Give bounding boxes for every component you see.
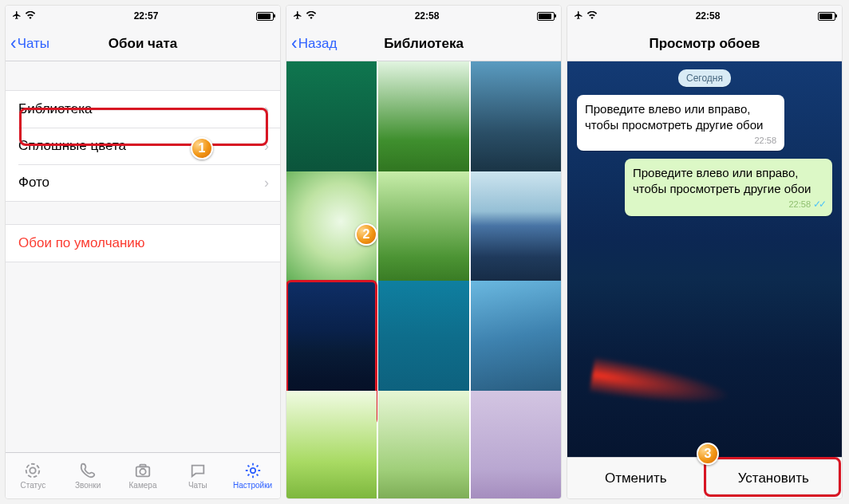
menu-library[interactable]: Библиотека › <box>6 91 280 128</box>
read-ticks-icon: ✓✓ <box>813 199 824 210</box>
back-button[interactable]: ‹ Чаты <box>10 34 49 53</box>
tab-camera[interactable]: Камера <box>116 453 171 498</box>
callout-badge-1: 1 <box>191 137 213 159</box>
chevron-left-icon: ‹ <box>291 34 298 53</box>
airplane-icon <box>293 10 302 22</box>
tab-chats[interactable]: Чаты <box>170 453 225 498</box>
wallpaper-grid[interactable] <box>286 61 561 498</box>
message-text: Проведите влево или вправо, чтобы просмо… <box>633 165 824 196</box>
status-time: 22:58 <box>415 10 440 22</box>
screen-wallpaper-settings: 22:57 ‹ Чаты Обои чата Библиотека › Спло… <box>5 5 281 499</box>
set-button[interactable]: Установить <box>705 458 843 498</box>
airplane-icon <box>574 10 583 22</box>
wifi-icon <box>586 10 598 22</box>
menu-solid-label: Сплошные цвета <box>18 138 126 154</box>
back-button[interactable]: ‹ Назад <box>291 34 337 53</box>
menu-photos[interactable]: Фото › <box>6 164 280 201</box>
battery-icon <box>256 12 274 21</box>
cancel-button[interactable]: Отменить <box>567 458 705 498</box>
tab-label: Настройки <box>233 481 272 490</box>
tab-label: Звонки <box>75 481 101 490</box>
message-time: 22:58 <box>585 135 776 146</box>
wallpaper-thumb[interactable] <box>378 391 468 499</box>
tab-label: Камера <box>129 481 157 490</box>
camera-icon <box>133 462 152 479</box>
tab-settings[interactable]: Настройки <box>225 453 280 498</box>
airplane-icon <box>12 10 22 22</box>
chat-preview[interactable]: Сегодня Проведите влево или вправо, чтоб… <box>567 61 842 457</box>
screen-wallpaper-library: 22:58 ‹ Назад Библиотека 2 <box>286 5 562 499</box>
wallpaper-thumb[interactable] <box>286 391 377 499</box>
chevron-left-icon: ‹ <box>10 34 17 53</box>
wifi-icon <box>25 10 36 22</box>
tab-status[interactable]: Статус <box>6 453 61 498</box>
status-time: 22:57 <box>134 10 159 22</box>
chat-icon <box>188 462 207 479</box>
nav-bar: ‹ Чаты Обои чата <box>6 26 280 61</box>
svg-point-5 <box>250 468 255 473</box>
svg-rect-4 <box>140 465 145 467</box>
svg-point-3 <box>140 469 145 474</box>
tab-calls[interactable]: Звонки <box>61 453 116 498</box>
tab-label: Статус <box>21 481 46 490</box>
battery-icon <box>537 12 555 21</box>
svg-point-0 <box>26 464 40 478</box>
tab-bar: Статус Звонки Камера Чаты Настройки <box>6 452 280 498</box>
wifi-icon <box>306 10 317 22</box>
page-title: Просмотр обоев <box>649 36 760 52</box>
date-pill: Сегодня <box>678 69 731 87</box>
callout-badge-3: 3 <box>697 443 719 465</box>
battery-icon <box>818 12 835 21</box>
nav-bar: Просмотр обоев <box>567 26 842 61</box>
nav-bar: ‹ Назад Библиотека <box>286 26 561 61</box>
incoming-message: Проведите влево или вправо, чтобы просмо… <box>577 95 784 151</box>
page-title: Обои чата <box>109 36 177 52</box>
chevron-right-icon: › <box>264 101 269 118</box>
outgoing-message: Проведите влево или вправо, чтобы просмо… <box>625 159 832 216</box>
phone-icon <box>78 462 97 479</box>
callout-badge-2: 2 <box>355 223 377 246</box>
page-title: Библиотека <box>384 36 464 52</box>
message-time: 22:58✓✓ <box>633 199 824 211</box>
menu-photos-label: Фото <box>18 175 49 191</box>
status-bar: 22:58 <box>567 6 842 26</box>
reset-label: Обои по умолчанию <box>18 235 145 251</box>
gear-icon <box>243 462 263 479</box>
status-time: 22:58 <box>696 10 721 22</box>
status-bar: 22:58 <box>286 6 561 26</box>
chevron-right-icon: › <box>264 175 269 191</box>
wallpaper-thumb[interactable] <box>471 391 561 499</box>
chevron-right-icon: › <box>264 138 269 155</box>
status-icon <box>23 462 42 479</box>
reset-default-wallpaper[interactable]: Обои по умолчанию <box>6 225 280 262</box>
message-text: Проведите влево или вправо, чтобы просмо… <box>585 101 776 132</box>
svg-point-1 <box>30 467 36 473</box>
wallpaper-source-list: Библиотека › Сплошные цвета › Фото › <box>6 90 280 202</box>
status-bar: 22:57 <box>6 6 280 26</box>
reset-section: Обои по умолчанию <box>6 224 280 262</box>
menu-library-label: Библиотека <box>18 101 92 117</box>
back-label: Назад <box>298 36 338 52</box>
menu-solid-colors[interactable]: Сплошные цвета › <box>6 128 280 164</box>
back-label: Чаты <box>18 36 49 52</box>
screen-wallpaper-preview: 22:58 Просмотр обоев Сегодня Проведите в… <box>567 5 843 499</box>
tab-label: Чаты <box>188 481 207 490</box>
